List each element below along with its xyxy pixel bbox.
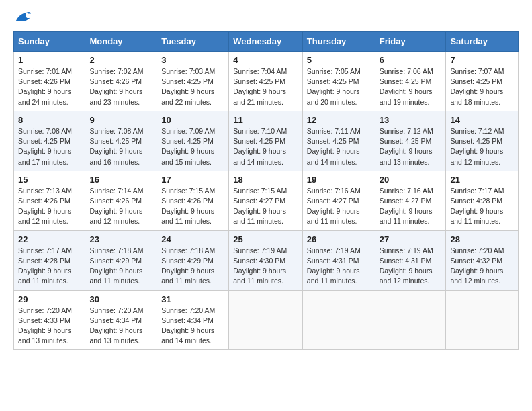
day-cell: 9 Sunrise: 7:08 AMSunset: 4:25 PMDayligh… [85, 111, 157, 171]
logo-bird-icon [15, 11, 31, 24]
day-number: 17 [161, 175, 224, 185]
day-detail: Sunrise: 7:20 AMSunset: 4:32 PMDaylight:… [450, 246, 504, 285]
day-detail: Sunrise: 7:16 AMSunset: 4:27 PMDaylight:… [380, 187, 433, 226]
day-detail: Sunrise: 7:19 AMSunset: 4:31 PMDaylight:… [380, 246, 433, 285]
day-detail: Sunrise: 7:11 AMSunset: 4:25 PMDaylight:… [307, 127, 361, 166]
day-detail: Sunrise: 7:01 AMSunset: 4:26 PMDaylight:… [18, 67, 72, 106]
day-detail: Sunrise: 7:12 AMSunset: 4:25 PMDaylight:… [450, 127, 504, 166]
day-cell: 11 Sunrise: 7:10 AMSunset: 4:25 PMDaylig… [229, 111, 303, 171]
day-number: 22 [18, 234, 81, 244]
week-row-5: 29 Sunrise: 7:20 AMSunset: 4:33 PMDaylig… [14, 290, 519, 350]
day-detail: Sunrise: 7:18 AMSunset: 4:29 PMDaylight:… [89, 246, 143, 285]
day-detail: Sunrise: 7:16 AMSunset: 4:27 PMDaylight:… [307, 187, 361, 226]
header [13, 11, 519, 24]
day-detail: Sunrise: 7:07 AMSunset: 4:25 PMDaylight:… [450, 67, 504, 106]
day-detail: Sunrise: 7:12 AMSunset: 4:25 PMDaylight:… [380, 127, 433, 166]
day-cell: 12 Sunrise: 7:11 AMSunset: 4:25 PMDaylig… [302, 111, 375, 171]
day-number: 26 [307, 234, 371, 244]
day-detail: Sunrise: 7:13 AMSunset: 4:26 PMDaylight:… [18, 187, 72, 226]
day-detail: Sunrise: 7:14 AMSunset: 4:26 PMDaylight:… [89, 187, 143, 226]
week-row-1: 1 Sunrise: 7:01 AMSunset: 4:26 PMDayligh… [14, 52, 519, 111]
day-number: 24 [161, 234, 224, 244]
day-cell [229, 290, 303, 350]
page: SundayMondayTuesdayWednesdayThursdayFrid… [0, 0, 532, 363]
day-cell: 1 Sunrise: 7:01 AMSunset: 4:26 PMDayligh… [14, 52, 85, 111]
day-number: 11 [233, 115, 298, 125]
day-number: 23 [89, 234, 152, 244]
day-number: 9 [89, 115, 152, 125]
day-cell: 21 Sunrise: 7:17 AMSunset: 4:28 PMDaylig… [446, 171, 519, 230]
day-detail: Sunrise: 7:20 AMSunset: 4:34 PMDaylight:… [89, 306, 143, 345]
col-header-sunday: Sunday [14, 32, 85, 52]
col-header-wednesday: Wednesday [229, 32, 303, 52]
day-number: 7 [450, 55, 514, 65]
day-cell: 13 Sunrise: 7:12 AMSunset: 4:25 PMDaylig… [375, 111, 446, 171]
col-header-thursday: Thursday [302, 32, 375, 52]
day-number: 20 [380, 175, 442, 185]
day-cell: 20 Sunrise: 7:16 AMSunset: 4:27 PMDaylig… [375, 171, 446, 230]
day-cell: 4 Sunrise: 7:04 AMSunset: 4:25 PMDayligh… [229, 52, 303, 111]
day-detail: Sunrise: 7:17 AMSunset: 4:28 PMDaylight:… [18, 246, 72, 285]
day-cell: 5 Sunrise: 7:05 AMSunset: 4:25 PMDayligh… [302, 52, 375, 111]
day-cell: 17 Sunrise: 7:15 AMSunset: 4:26 PMDaylig… [157, 171, 229, 230]
day-cell: 26 Sunrise: 7:19 AMSunset: 4:31 PMDaylig… [302, 230, 375, 290]
day-cell: 8 Sunrise: 7:08 AMSunset: 4:25 PMDayligh… [14, 111, 85, 171]
day-cell: 23 Sunrise: 7:18 AMSunset: 4:29 PMDaylig… [85, 230, 157, 290]
day-number: 31 [161, 294, 224, 304]
day-detail: Sunrise: 7:03 AMSunset: 4:25 PMDaylight:… [161, 67, 215, 106]
day-number: 29 [18, 294, 81, 304]
day-detail: Sunrise: 7:09 AMSunset: 4:25 PMDaylight:… [161, 127, 215, 166]
day-detail: Sunrise: 7:10 AMSunset: 4:25 PMDaylight:… [233, 127, 287, 166]
day-detail: Sunrise: 7:05 AMSunset: 4:25 PMDaylight:… [307, 67, 361, 106]
day-detail: Sunrise: 7:08 AMSunset: 4:25 PMDaylight:… [89, 127, 143, 166]
day-cell: 16 Sunrise: 7:14 AMSunset: 4:26 PMDaylig… [85, 171, 157, 230]
day-cell: 29 Sunrise: 7:20 AMSunset: 4:33 PMDaylig… [14, 290, 85, 350]
day-detail: Sunrise: 7:02 AMSunset: 4:26 PMDaylight:… [89, 67, 143, 106]
day-cell [375, 290, 446, 350]
day-cell: 10 Sunrise: 7:09 AMSunset: 4:25 PMDaylig… [157, 111, 229, 171]
day-number: 30 [89, 294, 152, 304]
day-number: 6 [380, 55, 442, 65]
day-number: 21 [450, 175, 514, 185]
day-number: 10 [161, 115, 224, 125]
day-number: 5 [307, 55, 371, 65]
day-detail: Sunrise: 7:18 AMSunset: 4:29 PMDaylight:… [161, 246, 215, 285]
day-number: 28 [450, 234, 514, 244]
day-cell: 31 Sunrise: 7:20 AMSunset: 4:34 PMDaylig… [157, 290, 229, 350]
col-header-monday: Monday [85, 32, 157, 52]
day-detail: Sunrise: 7:08 AMSunset: 4:25 PMDaylight:… [18, 127, 72, 166]
day-number: 18 [233, 175, 298, 185]
week-row-3: 15 Sunrise: 7:13 AMSunset: 4:26 PMDaylig… [14, 171, 519, 230]
calendar-table: SundayMondayTuesdayWednesdayThursdayFrid… [13, 31, 519, 350]
day-cell: 25 Sunrise: 7:19 AMSunset: 4:30 PMDaylig… [229, 230, 303, 290]
day-cell: 14 Sunrise: 7:12 AMSunset: 4:25 PMDaylig… [446, 111, 519, 171]
day-cell: 7 Sunrise: 7:07 AMSunset: 4:25 PMDayligh… [446, 52, 519, 111]
day-number: 19 [307, 175, 371, 185]
day-number: 14 [450, 115, 514, 125]
day-cell: 22 Sunrise: 7:17 AMSunset: 4:28 PMDaylig… [14, 230, 85, 290]
day-cell: 6 Sunrise: 7:06 AMSunset: 4:25 PMDayligh… [375, 52, 446, 111]
day-cell: 19 Sunrise: 7:16 AMSunset: 4:27 PMDaylig… [302, 171, 375, 230]
day-number: 25 [233, 234, 298, 244]
day-number: 4 [233, 55, 298, 65]
day-number: 16 [89, 175, 152, 185]
day-cell: 27 Sunrise: 7:19 AMSunset: 4:31 PMDaylig… [375, 230, 446, 290]
day-detail: Sunrise: 7:06 AMSunset: 4:25 PMDaylight:… [380, 67, 433, 106]
day-detail: Sunrise: 7:15 AMSunset: 4:26 PMDaylight:… [161, 187, 215, 226]
day-cell [446, 290, 519, 350]
day-cell: 2 Sunrise: 7:02 AMSunset: 4:26 PMDayligh… [85, 52, 157, 111]
col-header-tuesday: Tuesday [157, 32, 229, 52]
day-detail: Sunrise: 7:04 AMSunset: 4:25 PMDaylight:… [233, 67, 287, 106]
week-row-4: 22 Sunrise: 7:17 AMSunset: 4:28 PMDaylig… [14, 230, 519, 290]
day-cell: 15 Sunrise: 7:13 AMSunset: 4:26 PMDaylig… [14, 171, 85, 230]
day-cell: 18 Sunrise: 7:15 AMSunset: 4:27 PMDaylig… [229, 171, 303, 230]
day-number: 1 [18, 55, 81, 65]
day-number: 15 [18, 175, 81, 185]
day-cell: 28 Sunrise: 7:20 AMSunset: 4:32 PMDaylig… [446, 230, 519, 290]
col-header-friday: Friday [375, 32, 446, 52]
day-number: 8 [18, 115, 81, 125]
week-row-2: 8 Sunrise: 7:08 AMSunset: 4:25 PMDayligh… [14, 111, 519, 171]
day-number: 3 [161, 55, 224, 65]
header-row: SundayMondayTuesdayWednesdayThursdayFrid… [14, 32, 519, 52]
col-header-saturday: Saturday [446, 32, 519, 52]
